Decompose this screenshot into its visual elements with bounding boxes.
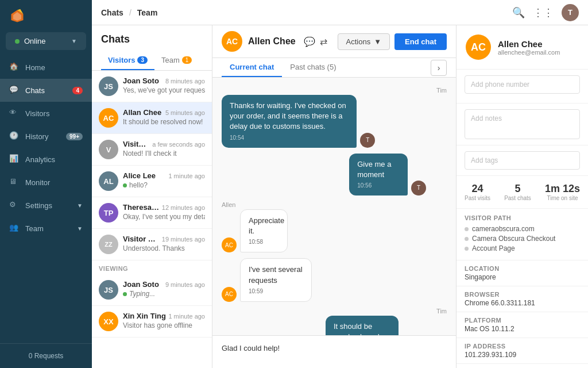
chat-item-message: It should be resolved now! [123, 118, 205, 126]
chat-item-name: Joan Soto [123, 76, 159, 85]
status-dot [15, 39, 20, 44]
chat-item-content: Visitor 320398 a few seconds ago Noted! … [123, 140, 205, 158]
sidebar-item-history[interactable]: 🕐 History 99+ [0, 125, 92, 148]
sidebar-item-analytics[interactable]: 📊 Analytics [0, 148, 92, 171]
grid-icon[interactable]: ⋮⋮ [533, 6, 554, 19]
visitor-name: Allen Chee [498, 39, 560, 49]
chat-list-panel: Chats Visitors 3 Team 1 JS [92, 25, 212, 368]
tab-past-chats[interactable]: Past chats (5) [282, 58, 344, 77]
right-panel-header: AC Allen Chee allenchee@email.com [457, 25, 588, 70]
chat-item-content: Joan Soto 9 minutes ago Typing... [123, 280, 205, 298]
visitor-big-avatar: AC [466, 34, 491, 60]
end-chat-button[interactable]: End chat [394, 33, 447, 50]
avatar: TP [99, 203, 118, 223]
chat-item-message: Yes, we've got your request an... [123, 86, 205, 94]
right-panel: AC Allen Chee allenchee@email.com Add ph… [456, 25, 588, 368]
chat-sub-tabs: Current chat Past chats (5) › [212, 58, 456, 78]
sidebar-item-settings[interactable]: ⚙ Settings ▼ [0, 194, 92, 217]
past-chats-label: Past chats [504, 195, 531, 201]
avatar: ZZ [99, 235, 118, 254]
sidebar-item-label: Home [25, 63, 45, 72]
list-item[interactable]: AC Allan Chee 5 minutes ago It should be… [92, 102, 212, 134]
tags-section: Add tags [457, 145, 588, 176]
list-item[interactable]: JS Joan Soto 9 minutes ago Typing... [92, 274, 212, 306]
list-item[interactable]: TP Theresa Peterson 12 minutes ago Okay,… [92, 197, 212, 229]
tab-visitors[interactable]: Visitors 3 [101, 51, 154, 70]
visitors-tab-badge: 3 [137, 56, 148, 64]
message-text: It should be resolved now! [334, 322, 380, 335]
location-value: Singapore [465, 273, 580, 281]
platform-value: Mac OS 10.11.2 [465, 325, 580, 333]
chat-input-area: Glad I could help! 👍 Rating 😊 Emoji 📎 At… [212, 335, 456, 368]
phone-input[interactable]: Add phone number [465, 75, 580, 94]
time-on-site-value: 1m 12s [545, 183, 580, 195]
stats-row: 24 Past visits 5 Past chats 1m 12s Time … [457, 176, 588, 209]
chat-item-name: Allan Chee [123, 108, 161, 117]
list-item[interactable]: AL Alice Lee 1 minute ago hello? [92, 166, 212, 197]
list-item[interactable]: XX Xin Xin Ting 1 minute ago Visitor has… [92, 306, 212, 338]
list-item[interactable]: JS Joan Soto 8 minutes ago Yes, we've go… [92, 71, 212, 102]
avatar: AL [99, 171, 118, 191]
sidebar-item-chats[interactable]: 💬 Chats 4 [0, 79, 92, 102]
chat-item-content: Joan Soto 8 minutes ago Yes, we've got y… [123, 76, 205, 94]
requests-count: 0 Requests [0, 343, 92, 368]
chat-item-content: Xin Xin Ting 1 minute ago Visitor has go… [123, 312, 205, 329]
sender-label: Allen [222, 201, 235, 208]
visitor-path-section: Visitor path cameraobscura.com Camera Ob… [457, 209, 588, 260]
list-item[interactable]: V Visitor 320398 a few seconds ago Noted… [92, 134, 212, 166]
tags-input[interactable]: Add tags [465, 151, 580, 170]
sidebar-item-team[interactable]: 👥 Team ▼ [0, 217, 92, 240]
chat-item-name: Theresa Peterson [123, 203, 160, 212]
sender-label: Tim [436, 87, 447, 94]
chat-header-avatar: AC [222, 31, 242, 52]
tab-team[interactable]: Team 1 [154, 51, 199, 70]
transfer-icon[interactable]: ⇄ [320, 36, 327, 47]
list-item[interactable]: ZZ Visitor 102938 19 minutes ago Underst… [92, 229, 212, 260]
online-indicator [123, 183, 127, 187]
message-row: Give me a moment 10:56 T [222, 154, 447, 195]
viewing-section-label: VIEWING [92, 260, 212, 274]
user-avatar[interactable]: T [562, 4, 579, 21]
next-arrow-button[interactable]: › [431, 60, 447, 76]
status-selector[interactable]: Online ▼ [6, 32, 86, 50]
chat-item-time: 5 minutes ago [165, 109, 205, 116]
phone-section: Add phone number [457, 70, 588, 103]
tab-current-chat[interactable]: Current chat [222, 58, 282, 77]
avatar: JS [99, 76, 118, 96]
search-icon[interactable]: 🔍 [512, 6, 525, 19]
monitor-icon: 🖥 [9, 177, 20, 187]
browser-section: Browser Chrome 66.0.3311.181 [457, 286, 588, 312]
chat-item-message: Typing... [123, 290, 205, 298]
past-visits-stat: 24 Past visits [465, 183, 490, 201]
chevron-down-icon: ▼ [77, 202, 83, 209]
chat-input[interactable]: Glad I could help! [212, 336, 456, 368]
visitor-avatar: AC [222, 237, 237, 252]
message-time: 10:58 [249, 238, 279, 246]
chats-icon: 💬 [9, 85, 20, 95]
chat-item-content: Theresa Peterson 12 minutes ago Okay, I'… [123, 203, 205, 221]
chat-icon[interactable]: 💬 [304, 36, 315, 47]
sidebar-item-monitor[interactable]: 🖥 Monitor [0, 171, 92, 194]
chat-item-content: Visitor 102938 19 minutes ago Understood… [123, 235, 205, 252]
message-text: Give me a moment [357, 160, 391, 179]
sidebar-item-home[interactable]: 🏠 Home [0, 56, 92, 79]
notes-input[interactable]: Add notes [465, 109, 580, 139]
chat-item-message: Noted! I'll check it [123, 150, 205, 158]
message-bubble: Give me a moment 10:56 [349, 154, 408, 195]
sidebar-item-label: Monitor [25, 178, 50, 187]
past-visits-value: 24 [465, 183, 490, 195]
chat-header-icons: 💬 ⇄ [304, 36, 327, 47]
sidebar-item-visitors[interactable]: 👁 Visitors [0, 102, 92, 125]
visitors-icon: 👁 [9, 108, 20, 118]
visitor-path-title: Visitor path [465, 214, 580, 221]
chat-tabs: Visitors 3 Team 1 [101, 51, 203, 70]
actions-button[interactable]: Actions ▼ [338, 33, 390, 50]
past-visits-label: Past visits [465, 195, 490, 201]
app-topbar: Chats / Team 🔍 ⋮⋮ T [92, 0, 588, 25]
tab-right-area: › [431, 60, 447, 76]
visitor-avatar: AC [222, 287, 237, 302]
message-row: Tim Thanks for waiting. I've checked on … [222, 87, 447, 148]
chat-list-body: JS Joan Soto 8 minutes ago Yes, we've go… [92, 71, 212, 368]
chat-item-content: Allan Chee 5 minutes ago It should be re… [123, 108, 205, 126]
message-text: I've sent several requests [249, 265, 303, 284]
